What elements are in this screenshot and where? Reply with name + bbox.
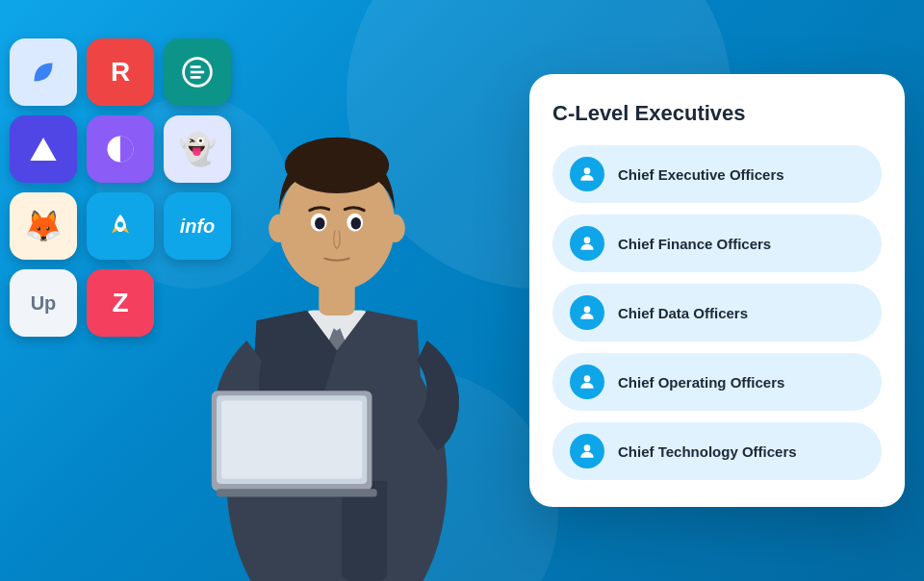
app-icon-half-circle[interactable] bbox=[87, 115, 154, 183]
svg-point-24 bbox=[269, 215, 289, 242]
executive-item-cto[interactable]: Chief Technology Officers bbox=[552, 422, 882, 480]
app-icon-up[interactable]: Up bbox=[10, 269, 77, 337]
svg-rect-15 bbox=[217, 489, 377, 496]
cto-avatar-icon bbox=[570, 434, 604, 468]
panel-title: C-Level Executives bbox=[552, 101, 882, 126]
executive-item-cfo[interactable]: Chief Finance Officers bbox=[552, 215, 882, 272]
app-icon-r[interactable]: R bbox=[87, 38, 154, 106]
ceo-avatar-icon bbox=[570, 157, 604, 191]
coo-avatar-icon bbox=[570, 365, 604, 399]
cfo-label: Chief Finance Officers bbox=[618, 236, 771, 252]
cdo-avatar-icon bbox=[570, 295, 604, 330]
svg-point-29 bbox=[584, 375, 591, 382]
cdo-label: Chief Data Officers bbox=[618, 305, 748, 321]
svg-point-26 bbox=[584, 167, 591, 174]
person-illustration bbox=[154, 0, 520, 581]
cto-label: Chief Technology Officers bbox=[618, 443, 797, 460]
svg-rect-16 bbox=[221, 401, 362, 479]
app-icon-triangle[interactable] bbox=[10, 115, 77, 183]
ceo-label: Chief Executive Officers bbox=[618, 166, 784, 183]
svg-point-27 bbox=[584, 237, 591, 243]
app-icon-rocket[interactable] bbox=[87, 192, 154, 260]
executive-item-cdo[interactable]: Chief Data Officers bbox=[552, 284, 882, 341]
svg-point-25 bbox=[385, 215, 405, 242]
app-icon-leaf[interactable] bbox=[10, 38, 77, 106]
c-level-panel: C-Level Executives Chief Executive Offic… bbox=[529, 74, 905, 507]
app-icon-z[interactable]: Z bbox=[87, 269, 154, 337]
app-icon-fox[interactable]: 🦊 bbox=[10, 192, 77, 260]
cfo-avatar-icon bbox=[570, 226, 604, 261]
coo-label: Chief Operating Officers bbox=[618, 374, 784, 391]
svg-point-6 bbox=[117, 222, 123, 228]
svg-point-30 bbox=[584, 444, 591, 451]
executive-item-coo[interactable]: Chief Operating Officers bbox=[552, 353, 882, 411]
executive-item-ceo[interactable]: Chief Executive Officers bbox=[552, 145, 882, 203]
executives-list: Chief Executive Officers Chief Finance O… bbox=[552, 145, 882, 480]
svg-point-19 bbox=[285, 138, 389, 193]
svg-point-28 bbox=[584, 306, 591, 313]
svg-marker-4 bbox=[30, 138, 56, 161]
svg-point-22 bbox=[315, 217, 324, 229]
svg-point-23 bbox=[351, 217, 361, 229]
person-container bbox=[154, 0, 520, 581]
